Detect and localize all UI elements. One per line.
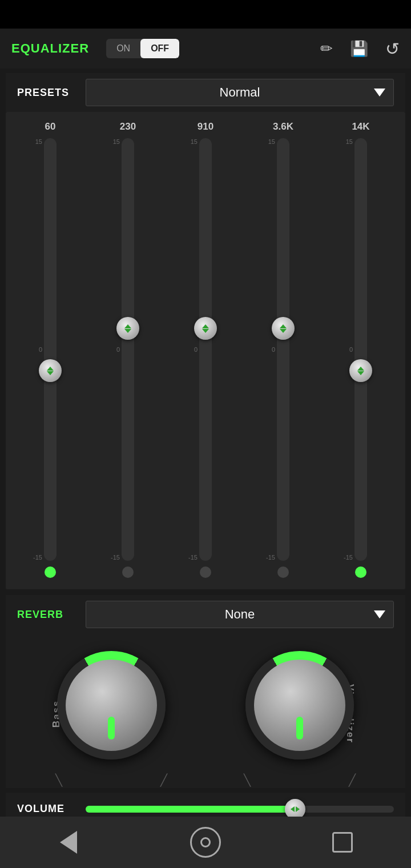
band-scale-230: 15 0 -15 bbox=[105, 138, 122, 561]
bass-tick-right: ╱ bbox=[160, 773, 167, 787]
presets-dropdown-arrow bbox=[374, 89, 385, 97]
home-icon bbox=[190, 827, 221, 858]
band-dot-230 bbox=[122, 566, 134, 578]
nav-back-button[interactable] bbox=[51, 825, 86, 859]
scale-bottom-910: -15 bbox=[188, 554, 198, 561]
arrow-down-910 bbox=[202, 329, 209, 333]
bass-tick-left: ╲ bbox=[55, 773, 62, 787]
save-icon[interactable]: 💾 bbox=[350, 40, 368, 58]
app-title: EQUALIZER bbox=[11, 41, 89, 56]
eq-toggle-group[interactable]: ON OFF bbox=[106, 39, 179, 58]
slider-thumb-910[interactable] bbox=[194, 317, 217, 340]
arrow-down-14k bbox=[357, 371, 364, 375]
bass-knob[interactable] bbox=[57, 651, 166, 760]
bass-knob-indicator bbox=[108, 717, 115, 740]
scale-bottom-230: -15 bbox=[111, 554, 120, 561]
band-scale-60: 15 0 -15 bbox=[27, 138, 45, 561]
virtualizer-knob[interactable] bbox=[245, 651, 354, 760]
arrow-down-60 bbox=[47, 371, 54, 375]
volume-fill bbox=[86, 806, 295, 813]
eq-band-60: 60 15 0 -15 bbox=[27, 121, 73, 578]
slider-track-230[interactable] bbox=[122, 138, 134, 561]
presets-label: PRESETS bbox=[17, 87, 86, 99]
reverb-dropdown[interactable]: None bbox=[86, 601, 394, 628]
band-slider-container-910[interactable]: 15 0 -15 bbox=[183, 138, 228, 561]
arrow-up-14k bbox=[357, 367, 364, 371]
bass-knob-inner bbox=[66, 660, 157, 751]
slider-arrows-230 bbox=[124, 324, 131, 333]
header-icons: ✏ 💾 ↺ bbox=[320, 39, 400, 59]
slider-arrows-14k bbox=[357, 367, 364, 375]
status-bar bbox=[0, 0, 411, 29]
nav-recent-button[interactable] bbox=[325, 825, 360, 859]
scale-bottom-14k: -15 bbox=[344, 554, 353, 561]
slider-track-36k[interactable] bbox=[277, 138, 289, 561]
reverb-row: REVERB None bbox=[6, 595, 405, 634]
band-dot-60 bbox=[45, 566, 56, 578]
toggle-on-button[interactable]: ON bbox=[106, 39, 140, 58]
scale-top-36k: 15 bbox=[268, 138, 275, 145]
slider-thumb-230[interactable] bbox=[116, 317, 139, 340]
band-scale-910: 15 0 -15 bbox=[183, 138, 200, 561]
reverb-label: REVERB bbox=[17, 609, 86, 621]
arrow-up-60 bbox=[47, 367, 54, 371]
presets-dropdown[interactable]: Normal bbox=[86, 79, 394, 106]
back-icon bbox=[60, 831, 77, 854]
slider-thumb-60[interactable] bbox=[39, 359, 62, 382]
slider-thumb-14k[interactable] bbox=[349, 359, 372, 382]
band-label-36k: 3.6K bbox=[273, 121, 293, 132]
band-slider-container-60[interactable]: 15 0 -15 bbox=[27, 138, 73, 561]
scale-zero-36k: 0 bbox=[272, 346, 275, 353]
bottom-nav bbox=[0, 817, 411, 868]
nav-home-button[interactable] bbox=[188, 825, 223, 859]
slider-track-14k[interactable] bbox=[354, 138, 367, 561]
virtualizer-tick-right: ╱ bbox=[349, 773, 356, 787]
slider-arrows-60 bbox=[47, 367, 54, 375]
arrow-up-910 bbox=[202, 324, 209, 328]
virtualizer-knob-inner bbox=[254, 660, 345, 751]
scale-top-60: 15 bbox=[35, 138, 42, 145]
scale-top-230: 15 bbox=[113, 138, 120, 145]
volume-arrow-left bbox=[291, 806, 295, 812]
recent-icon bbox=[332, 832, 353, 853]
scale-top-910: 15 bbox=[191, 138, 198, 145]
scale-zero-230: 0 bbox=[116, 346, 120, 353]
slider-thumb-36k[interactable] bbox=[272, 317, 295, 340]
scale-bottom-60: -15 bbox=[33, 554, 42, 561]
reverb-dropdown-arrow bbox=[374, 610, 385, 618]
scale-zero-60: 0 bbox=[39, 346, 42, 353]
bass-knob-container: Bass ╲ ╱ bbox=[49, 651, 174, 777]
home-icon-inner bbox=[200, 837, 211, 847]
scale-zero-14k: 0 bbox=[349, 346, 353, 353]
slider-track-910[interactable] bbox=[199, 138, 212, 561]
band-dot-910 bbox=[200, 566, 211, 578]
band-slider-container-36k[interactable]: 15 0 -15 bbox=[260, 138, 306, 561]
eq-bands: 60 15 0 -15 2 bbox=[11, 121, 400, 578]
eq-band-230: 230 15 0 -15 bbox=[105, 121, 151, 578]
slider-arrows-910 bbox=[202, 324, 209, 333]
knobs-section: Bass ╲ ╱ Virtualizer ╲ ╱ bbox=[6, 634, 405, 788]
reset-icon[interactable]: ↺ bbox=[385, 39, 400, 59]
slider-arrows-36k bbox=[280, 324, 287, 333]
volume-thumb-arrows bbox=[291, 806, 300, 812]
scale-zero-910: 0 bbox=[194, 346, 198, 353]
volume-label: VOLUME bbox=[17, 803, 74, 815]
toggle-off-button[interactable]: OFF bbox=[140, 39, 179, 58]
band-slider-container-14k[interactable]: 15 0 -15 bbox=[338, 138, 384, 561]
arrow-up-36k bbox=[280, 324, 287, 328]
volume-slider-track[interactable] bbox=[86, 806, 394, 813]
slider-track-60[interactable] bbox=[44, 138, 57, 561]
band-label-14k: 14K bbox=[352, 121, 369, 132]
band-dot-14k bbox=[355, 566, 366, 578]
arrow-down-230 bbox=[124, 329, 131, 333]
band-dot-36k bbox=[277, 566, 289, 578]
band-slider-container-230[interactable]: 15 0 -15 bbox=[105, 138, 151, 561]
edit-icon[interactable]: ✏ bbox=[320, 40, 333, 58]
scale-top-14k: 15 bbox=[346, 138, 353, 145]
virtualizer-knob-container: Virtualizer ╲ ╱ bbox=[237, 651, 362, 777]
reverb-selected: None bbox=[225, 607, 255, 622]
scale-bottom-36k: -15 bbox=[266, 554, 275, 561]
band-scale-14k: 15 0 -15 bbox=[338, 138, 355, 561]
presets-row: PRESETS Normal bbox=[6, 73, 405, 112]
eq-band-14k: 14K 15 0 -15 bbox=[338, 121, 384, 578]
